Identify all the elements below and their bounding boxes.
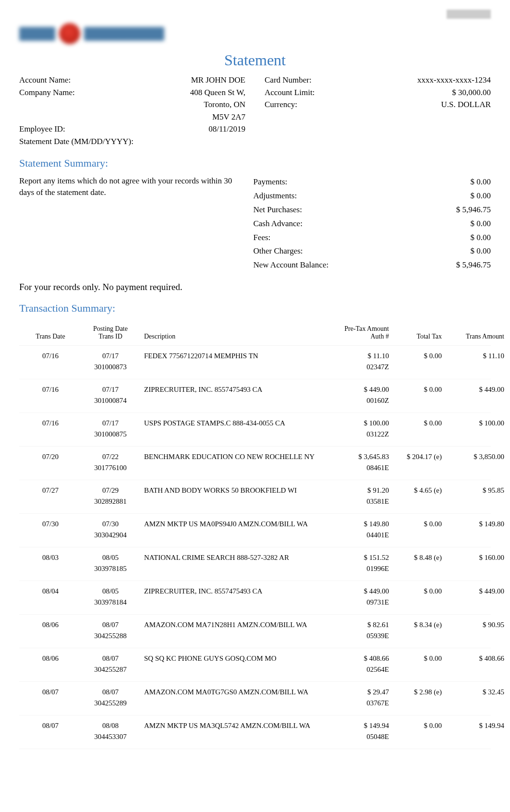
summary-row: Net Purchases:$ 5,946.75	[253, 203, 491, 217]
cell-pretax: $ 449.0009731E	[322, 586, 389, 607]
cell-trans-amount: $ 149.94	[442, 720, 504, 742]
cell-posting-date: 07/17	[77, 418, 144, 429]
cell-pretax-amount: $ 91.20	[322, 485, 389, 496]
summary-values: Payments:$ 0.00Adjustments:$ 0.00Net Pur…	[253, 175, 491, 272]
table-row: 08/0608/07304255288AMAZON.COM MA71N28H1 …	[19, 615, 491, 648]
info-row: Currency:U.S. DOLLAR	[265, 98, 491, 111]
summary-value: $ 5,946.75	[456, 258, 491, 272]
cell-description: USPS POSTAGE STAMPS.C 888-434-0055 CA	[144, 418, 322, 439]
cell-pretax-amount: $ 151.52	[322, 552, 389, 563]
summary-label: New Account Balance:	[253, 258, 328, 272]
table-row: 07/1607/17301000873FEDEX 775671220714 ME…	[19, 346, 491, 379]
cell-posting: 08/07304255288	[77, 619, 144, 641]
transaction-body: 07/1607/17301000873FEDEX 775671220714 ME…	[19, 346, 491, 749]
table-row: 07/1607/17301000874ZIPRECRUITER, INC. 85…	[19, 379, 491, 413]
info-label: Card Number:	[265, 74, 312, 86]
cell-auth: 03767E	[322, 698, 389, 709]
summary-heading: Statement Summary:	[19, 157, 491, 170]
summary-row: Fees:$ 0.00	[253, 231, 491, 245]
cell-posting: 07/17301000874	[77, 384, 144, 406]
cell-trans-date: 07/16	[24, 351, 77, 372]
table-row: 07/3007/30303042904AMZN MKTP US MA0PS94J…	[19, 514, 491, 547]
cell-auth: 01996E	[322, 563, 389, 574]
cell-total-tax: $ 2.98 (e)	[389, 687, 442, 708]
cell-pretax: $ 149.9405048E	[322, 720, 389, 742]
info-value-line: U.S. DOLLAR	[441, 98, 491, 111]
cell-pretax-amount: $ 408.66	[322, 653, 389, 664]
cell-total-tax: $ 0.00	[389, 720, 442, 742]
info-label: Statement Date (MM/DD/YYYY):	[19, 135, 134, 148]
cell-posting-date: 08/07	[77, 687, 144, 698]
info-value-line: xxxx-xxxx-xxxx-1234	[417, 74, 491, 86]
summary-row: Other Charges:$ 0.00	[253, 244, 491, 258]
cell-trans-amount: $ 11.10	[442, 351, 504, 372]
summary-row: Payments:$ 0.00	[253, 175, 491, 189]
cell-trans-date: 08/06	[24, 653, 77, 675]
redacted-text: x: redacted-url	[447, 10, 491, 19]
cell-trans-date: 08/06	[24, 619, 77, 641]
cell-trans-amount: $ 90.95	[442, 619, 504, 641]
summary-note: Report any items which do not agree with…	[19, 175, 234, 272]
header-posting-date: Posting Date	[77, 325, 144, 333]
cell-total-tax: $ 0.00	[389, 519, 442, 540]
cell-posting-date: 08/08	[77, 720, 144, 731]
cell-trans-amount: $ 3,850.00	[442, 451, 504, 473]
header-pretax: Pre-Tax Amount Auth #	[322, 325, 389, 340]
cell-posting-date: 08/07	[77, 619, 144, 630]
cell-trans-id: 303978184	[77, 597, 144, 608]
cell-pretax: $ 408.6602564E	[322, 653, 389, 675]
cell-posting-date: 08/05	[77, 586, 144, 597]
cell-posting: 08/05303978184	[77, 586, 144, 607]
cell-auth: 02347Z	[322, 362, 389, 373]
cell-trans-amount: $ 408.66	[442, 653, 504, 675]
info-row: Company Name:408 Queen St W,Toronto, ONM…	[19, 86, 245, 123]
cell-description: NATIONAL CRIME SEARCH 888-527-3282 AR	[144, 552, 322, 574]
cell-posting-date: 08/05	[77, 552, 144, 563]
info-value: $ 30,000.00	[452, 86, 491, 99]
info-value-line: MR JOHN DOE	[191, 74, 245, 86]
cell-trans-id: 301000873	[77, 362, 144, 373]
summary-label: Net Purchases:	[253, 203, 302, 217]
summary-value: $ 0.00	[470, 244, 491, 258]
info-value-line: Toronto, ON	[204, 98, 245, 111]
table-row: 07/2707/29302892881BATH AND BODY WORKS 5…	[19, 480, 491, 514]
cell-description: BATH AND BODY WORKS 50 BROOKFIELD WI	[144, 485, 322, 507]
cell-total-tax: $ 0.00	[389, 418, 442, 439]
cell-pretax: $ 82.6105939E	[322, 619, 389, 641]
cell-posting-date: 08/07	[77, 653, 144, 664]
cell-auth: 03122Z	[322, 429, 389, 440]
cell-total-tax: $ 8.34 (e)	[389, 619, 442, 641]
summary-label: Cash Advance:	[253, 217, 302, 231]
cell-pretax-amount: $ 449.00	[322, 586, 389, 597]
cell-trans-amount: $ 449.00	[442, 586, 504, 607]
cell-trans-date: 08/04	[24, 586, 77, 607]
header-trans-date: Trans Date	[24, 333, 77, 340]
table-row: 08/0708/07304255289AMAZON.COM MA0TG7GS0 …	[19, 682, 491, 715]
account-info: Account Name:MR JOHN DOECompany Name:408…	[19, 74, 491, 147]
header-auth: Auth #	[322, 333, 389, 340]
cell-pretax-amount: $ 149.80	[322, 519, 389, 530]
cell-pretax: $ 29.4703767E	[322, 687, 389, 708]
cell-trans-id: 304255288	[77, 630, 144, 642]
account-info-right: Card Number:xxxx-xxxx-xxxx-1234Account L…	[265, 74, 491, 147]
cell-pretax: $ 100.0003122Z	[322, 418, 389, 439]
cell-trans-id: 301000875	[77, 429, 144, 440]
cell-trans-date: 08/07	[24, 687, 77, 708]
cell-trans-id: 301776100	[77, 462, 144, 473]
cell-trans-amount: $ 149.80	[442, 519, 504, 540]
header-pretax-amount: Pre-Tax Amount	[322, 325, 389, 333]
cell-posting: 08/05303978185	[77, 552, 144, 574]
cell-posting: 08/08304453307	[77, 720, 144, 742]
cell-posting-date: 07/22	[77, 451, 144, 462]
cell-posting: 07/30303042904	[77, 519, 144, 540]
records-note: For your records only. No payment requir…	[19, 282, 491, 292]
info-row: Employee ID:08/11/2019	[19, 123, 245, 135]
header-total-tax: Total Tax	[389, 333, 442, 340]
cell-auth: 09731E	[322, 597, 389, 608]
cell-description: AMAZON.COM MA0TG7GS0 AMZN.COM/BILL WA	[144, 687, 322, 708]
cell-trans-id: 302892881	[77, 496, 144, 507]
summary-row: Adjustments:$ 0.00	[253, 189, 491, 203]
cell-description: BENCHMARK EDUCATION CO NEW ROCHELLE NY	[144, 451, 322, 473]
cell-pretax: $ 91.2003581E	[322, 485, 389, 507]
logo: Blur Financial Group	[19, 23, 491, 44]
